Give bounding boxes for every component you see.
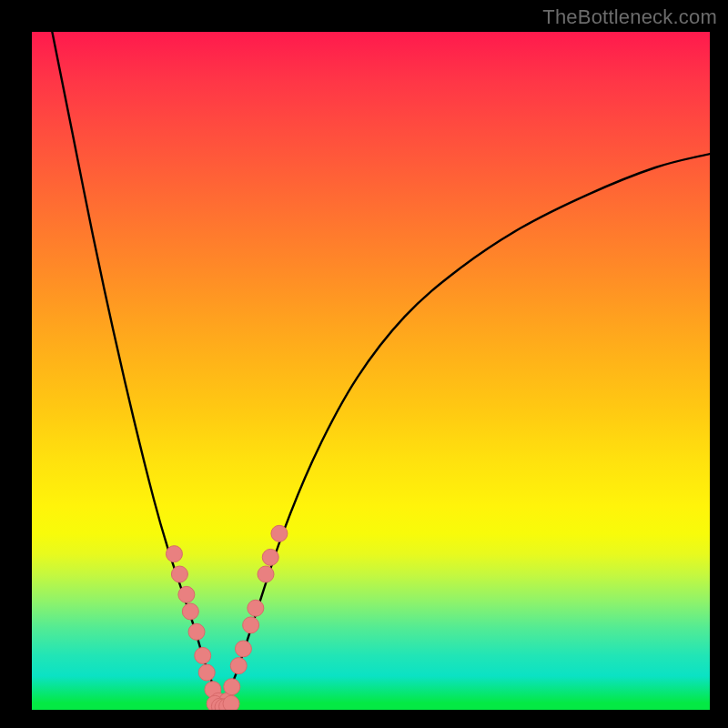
marker-point	[258, 566, 274, 582]
marker-point	[271, 525, 288, 541]
marker-point	[178, 586, 195, 602]
marker-point	[195, 647, 211, 663]
marker-point	[223, 695, 239, 710]
watermark-text: TheBottleneck.com	[542, 5, 717, 29]
marker-point	[224, 679, 240, 695]
marker-point	[188, 623, 205, 640]
marker-point	[171, 566, 187, 582]
marker-point	[198, 664, 215, 681]
plot-area	[32, 32, 710, 710]
marker-point	[182, 603, 198, 620]
curve-layer	[32, 32, 710, 710]
marker-point	[166, 546, 182, 562]
marker-point	[262, 549, 278, 565]
marker-point	[235, 641, 251, 657]
marker-point	[230, 658, 247, 674]
curve-left-branch	[52, 32, 221, 703]
marker-point	[243, 617, 259, 633]
chart-frame: TheBottleneck.com	[0, 0, 728, 728]
marker-point	[248, 600, 264, 616]
curve-right-branch	[222, 154, 710, 703]
